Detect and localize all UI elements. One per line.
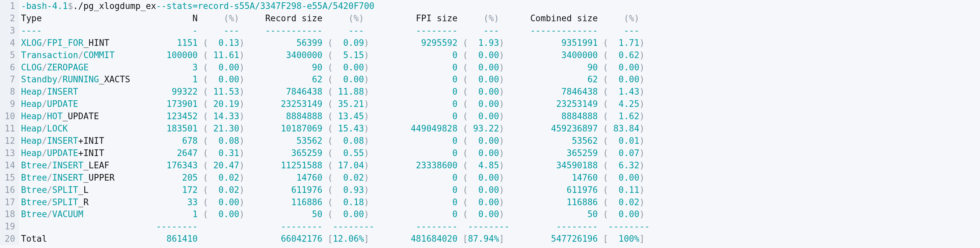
- code-line: CLOG/ZEROPAGE 3 ( 0.00) 90 ( 0.00) 0 ( 0…: [21, 61, 644, 74]
- paren: ): [364, 208, 369, 221]
- col-cs: 53562: [504, 135, 598, 147]
- paren: ): [364, 110, 369, 122]
- code-line: Total 861410 66042176 [12.06%] 481684020…: [21, 233, 644, 245]
- paren: ): [499, 86, 504, 98]
- col-rs: 50: [244, 208, 322, 221]
- paren: ): [364, 49, 369, 61]
- cmd-val: 55A/3347F298: [239, 0, 302, 12]
- col-cs: 116886: [504, 196, 598, 208]
- col-rs: 53562: [244, 135, 322, 147]
- paren: (: [457, 172, 468, 184]
- col-cs: 50: [504, 208, 598, 221]
- sep: --------: [504, 221, 598, 233]
- col-rs-pct: 0.09: [332, 37, 364, 49]
- paren: (: [322, 147, 332, 159]
- col-cs-pct: 0.11: [608, 184, 640, 196]
- col-cs: 14760: [504, 172, 598, 184]
- cmd-flag: -e: [302, 0, 312, 12]
- paren: ): [239, 208, 245, 221]
- dash: ----: [21, 25, 156, 37]
- paren: (: [198, 122, 208, 135]
- type-sep: /: [47, 173, 52, 183]
- type-part2: SPLIT: [52, 197, 78, 207]
- paren: (: [322, 110, 332, 122]
- col-n-pct: 0.31: [208, 147, 239, 159]
- code-line: XLOG/FPI_FOR_HINT 1151 ( 0.13) 56399 ( 0…: [21, 37, 644, 49]
- type-part1: Heap: [21, 148, 42, 158]
- col-type: Btree/INSERT_LEAF: [21, 159, 156, 172]
- paren: (: [457, 110, 468, 122]
- paren: ): [239, 98, 245, 110]
- paren: ): [499, 49, 504, 61]
- col-cs-pct: 1.62: [608, 110, 640, 122]
- type-part1: Btree: [21, 209, 47, 219]
- hdr-cs: Combined size: [504, 12, 598, 25]
- col-rs: 10187069: [244, 122, 322, 135]
- col-n: 3: [156, 61, 197, 74]
- col-n: 123452: [156, 110, 197, 122]
- col-cs: 611976: [504, 184, 598, 196]
- col-cs-pct: 0.00: [608, 208, 640, 221]
- col-rs: 365259: [244, 147, 322, 159]
- paren: ): [239, 147, 245, 159]
- dash: ---: [332, 25, 364, 37]
- col-type: Btree/SPLIT_R: [21, 196, 156, 208]
- paren: (: [322, 122, 332, 135]
- col-type: Heap/INSERT+INIT: [21, 135, 156, 147]
- sep: --------: [369, 221, 457, 233]
- paren: (: [198, 73, 208, 86]
- col-type: Heap/LOCK: [21, 122, 156, 135]
- col-cs: 23253149: [504, 98, 598, 110]
- type-part1: Btree: [21, 185, 47, 195]
- paren: ): [364, 135, 369, 147]
- sep: --------: [156, 221, 197, 233]
- col-n: 183501: [156, 122, 197, 135]
- col-rs-pct: 0.00: [332, 73, 364, 86]
- col-n-pct: 0.02: [208, 172, 239, 184]
- paren: (: [598, 208, 608, 221]
- col-n: 1151: [156, 37, 197, 49]
- paren: (: [198, 184, 208, 196]
- code-line: Btree/SPLIT_L 172 ( 0.02) 611976 ( 0.93)…: [21, 184, 644, 196]
- dash: ---: [468, 25, 499, 37]
- cmd-val: 55A/5420F700: [312, 0, 374, 12]
- col-n: 1: [156, 208, 197, 221]
- dash: ---: [208, 25, 239, 37]
- total-rs: 66042176: [244, 233, 322, 245]
- col-rs-pct: 35.21: [332, 98, 364, 110]
- hdr-pct: (%): [208, 12, 239, 25]
- type-part2: INSERT: [47, 87, 78, 97]
- col-cs-pct: 0.07: [608, 147, 640, 159]
- paren: (: [457, 86, 468, 98]
- paren: ): [640, 49, 645, 61]
- paren: (: [322, 61, 332, 74]
- col-type: CLOG/ZEROPAGE: [21, 61, 156, 74]
- col-cs: 365259: [504, 147, 598, 159]
- paren: ): [499, 135, 504, 147]
- paren: (: [457, 147, 468, 159]
- col-rs-pct: 17.04: [332, 159, 364, 172]
- col-cs: 3400000: [504, 49, 598, 61]
- col-fs-pct: 0.00: [468, 184, 499, 196]
- sep: --------: [332, 221, 364, 233]
- bracket: [: [322, 233, 332, 245]
- type-part2: LOCK: [47, 124, 68, 134]
- paren: (: [322, 196, 332, 208]
- col-fs-pct: 0.00: [468, 172, 499, 184]
- col-fs: 449049828: [369, 122, 457, 135]
- type-part2: UPDATE: [47, 99, 78, 109]
- col-type: Btree/INSERT_UPPER: [21, 172, 156, 184]
- paren: (: [457, 98, 468, 110]
- bracket: [: [457, 233, 468, 245]
- paren: (: [198, 147, 208, 159]
- code-line: ----------------------------------------…: [21, 221, 644, 233]
- code-line: Btree/INSERT_LEAF 176343 (20.47) 1125158…: [21, 159, 644, 172]
- col-n: 173901: [156, 98, 197, 110]
- paren: ): [640, 37, 645, 49]
- paren: (: [457, 73, 468, 86]
- type-part3: +INIT: [78, 148, 104, 158]
- paren: ): [640, 147, 645, 159]
- col-n-pct: 0.00: [208, 196, 239, 208]
- col-n: 2647: [156, 147, 197, 159]
- hdr-pct: (%): [332, 12, 364, 25]
